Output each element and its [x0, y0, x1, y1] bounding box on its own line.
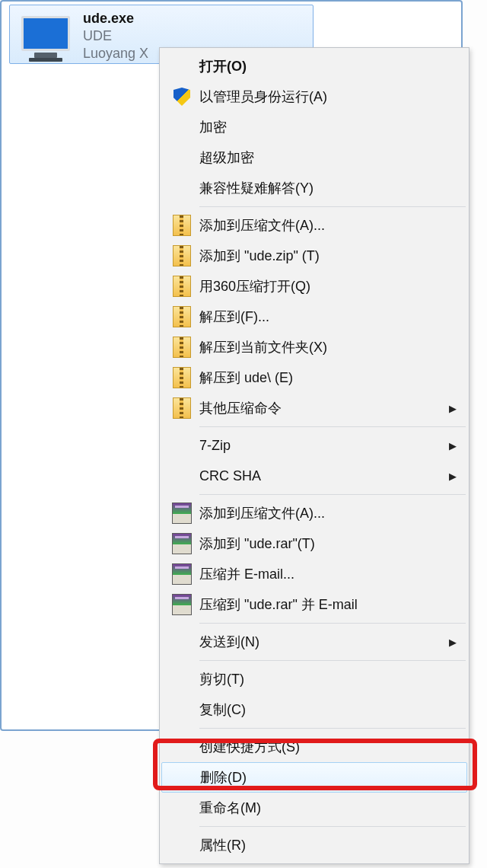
- menu-rar-add-ude[interactable]: 添加到 "ude.rar"(T): [161, 528, 467, 559]
- menu-properties[interactable]: 属性(R): [161, 830, 467, 860]
- menu-send-to[interactable]: 发送到(N) ▶: [161, 627, 467, 657]
- menu-7zip[interactable]: 7-Zip ▶: [161, 430, 467, 461]
- menu-extract-to[interactable]: 解压到(F)...: [161, 302, 467, 332]
- file-company: Luoyang X: [83, 45, 148, 62]
- rar-icon: [172, 503, 192, 524]
- menu-crc-sha[interactable]: CRC SHA ▶: [161, 461, 467, 491]
- chevron-right-icon: ▶: [449, 440, 457, 452]
- menu-add-to-ude-zip[interactable]: 添加到 "ude.zip" (T): [161, 241, 467, 271]
- zip-icon: [173, 245, 191, 266]
- menu-rar-add[interactable]: 添加到压缩文件(A)...: [161, 498, 467, 528]
- zip-icon: [173, 367, 191, 388]
- menu-add-to-archive[interactable]: 添加到压缩文件(A)...: [161, 210, 467, 241]
- separator: [199, 494, 466, 495]
- computer-icon: [14, 8, 77, 59]
- rar-icon: [172, 533, 192, 554]
- zip-icon: [173, 397, 191, 419]
- menu-extract-to-ude[interactable]: 解压到 ude\ (E): [161, 362, 467, 393]
- menu-extract-here[interactable]: 解压到当前文件夹(X): [161, 332, 467, 362]
- zip-icon: [173, 276, 191, 297]
- zip-icon: [173, 306, 191, 327]
- menu-cut[interactable]: 剪切(T): [161, 664, 467, 694]
- separator: [199, 623, 466, 624]
- menu-copy[interactable]: 复制(C): [161, 694, 467, 725]
- chevron-right-icon: ▶: [449, 403, 457, 414]
- zip-icon: [173, 215, 191, 236]
- menu-encrypt[interactable]: 加密: [161, 112, 467, 142]
- separator: [199, 426, 466, 427]
- chevron-right-icon: ▶: [449, 637, 457, 648]
- rar-icon: [172, 594, 192, 615]
- separator: [199, 660, 466, 661]
- menu-open-with-360[interactable]: 用360压缩打开(Q): [161, 271, 467, 302]
- file-text: ude.exe UDE Luoyang X: [83, 8, 148, 62]
- menu-run-as-admin[interactable]: 以管理员身份运行(A): [161, 81, 467, 112]
- separator: [199, 826, 466, 827]
- separator: [199, 206, 466, 207]
- menu-compat-troubleshoot[interactable]: 兼容性疑难解答(Y): [161, 173, 467, 203]
- menu-super-encrypt[interactable]: 超级加密: [161, 142, 467, 173]
- separator: [199, 728, 466, 729]
- menu-open[interactable]: 打开(O): [161, 51, 467, 81]
- zip-icon: [173, 337, 191, 358]
- shield-icon: [173, 88, 190, 106]
- menu-rar-ude-email[interactable]: 压缩到 "ude.rar" 并 E-mail: [161, 589, 467, 620]
- menu-delete[interactable]: 删除(D): [161, 762, 467, 793]
- chevron-right-icon: ▶: [449, 471, 457, 482]
- menu-create-shortcut[interactable]: 创建快捷方式(S): [161, 732, 467, 762]
- context-menu: 打开(O) 以管理员身份运行(A) 加密 超级加密 兼容性疑难解答(Y) 添加到…: [159, 47, 469, 864]
- menu-rename[interactable]: 重命名(M): [161, 793, 467, 823]
- file-desc: UDE: [83, 27, 148, 45]
- file-name: ude.exe: [83, 10, 148, 27]
- menu-other-zip[interactable]: 其他压缩命令 ▶: [161, 393, 467, 423]
- rar-icon: [172, 563, 192, 585]
- menu-rar-email[interactable]: 压缩并 E-mail...: [161, 559, 467, 589]
